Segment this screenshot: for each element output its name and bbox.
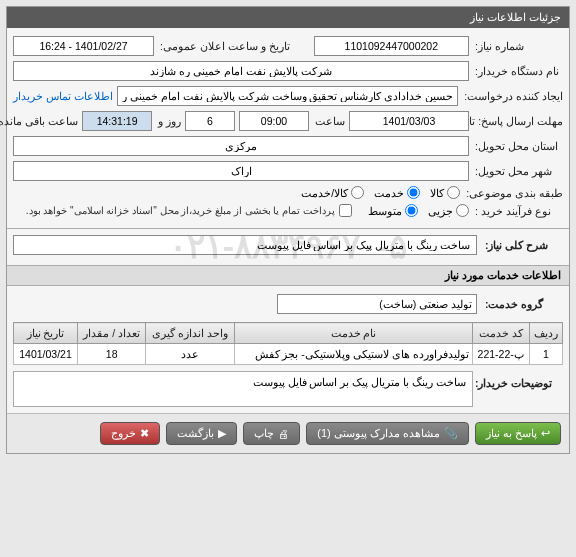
buyer-org-field[interactable] — [13, 61, 469, 81]
reply-icon: ↩ — [541, 427, 550, 440]
form-area: شماره نیاز: تاریخ و ساعت اعلان عمومی: نا… — [7, 28, 569, 228]
deadline-date-field[interactable] — [349, 111, 469, 131]
cell-unit: عدد — [146, 344, 235, 365]
deadline-label: مهلت ارسال پاسخ: تا تاریخ: — [473, 115, 563, 127]
cell-qty: 18 — [77, 344, 145, 365]
buyer-notes-content: ساخت رینگ با متریال پیک بر اساس فایل پیو… — [13, 371, 473, 407]
need-details-panel: جزئیات اطلاعات نیاز شماره نیاز: تاریخ و … — [6, 6, 570, 454]
service-group-label: گروه خدمت: — [483, 298, 563, 310]
row-need-no: شماره نیاز: تاریخ و ساعت اعلان عمومی: — [13, 36, 563, 56]
back-icon: ▶ — [218, 427, 226, 440]
button-bar: ↩ پاسخ به نیاز 📎 مشاهده مدارک پیوستی (1)… — [7, 413, 569, 453]
time-label-1: ساعت — [313, 115, 345, 127]
service-group-field[interactable] — [277, 294, 477, 314]
main-desc-row: شرح کلی نیاز: — [7, 229, 569, 261]
process-radios: جزیی متوسط — [368, 204, 469, 217]
cell-service-code: پ-22-221 — [472, 344, 529, 365]
delivery-prov-label: استان محل تحویل: — [473, 140, 563, 152]
exit-button[interactable]: ✖ خروج — [100, 422, 160, 445]
buyer-notes-label: توضیحات خریدار: — [473, 371, 563, 407]
table-row[interactable]: 1 پ-22-221 تولیدفراورده های لاستیکی وپلا… — [14, 344, 563, 365]
creator-field[interactable] — [117, 86, 458, 106]
col-need-date: تاریخ نیاز — [14, 323, 78, 344]
radio-medium[interactable]: متوسط — [368, 204, 418, 217]
respond-button[interactable]: ↩ پاسخ به نیاز — [475, 422, 561, 445]
need-no-field[interactable] — [314, 36, 469, 56]
days-and-label: روز و — [156, 115, 181, 127]
col-qty: تعداد / مقدار — [77, 323, 145, 344]
delivery-city-field[interactable] — [13, 161, 469, 181]
radio-small[interactable]: جزیی — [428, 204, 469, 217]
subject-class-label: طبقه بندی موضوعی: — [464, 187, 563, 199]
print-button[interactable]: 🖨 چاپ — [243, 422, 300, 445]
cell-row-no: 1 — [529, 344, 562, 365]
main-desc-field[interactable] — [13, 235, 477, 255]
main-desc-label: شرح کلی نیاز: — [483, 239, 563, 251]
subject-class-radios: کالا خدمت کالا/خدمت — [301, 186, 460, 199]
buyer-notes-row: توضیحات خریدار: ساخت رینگ با متریال پیک … — [13, 371, 563, 407]
delivery-prov-field[interactable] — [13, 136, 469, 156]
table-header-row: ردیف کد خدمت نام خدمت واحد اندازه گیری ت… — [14, 323, 563, 344]
col-unit: واحد اندازه گیری — [146, 323, 235, 344]
delivery-city-label: شهر محل تحویل: — [473, 165, 563, 177]
services-table: ردیف کد خدمت نام خدمت واحد اندازه گیری ت… — [13, 322, 563, 365]
back-button[interactable]: ▶ بازگشت — [166, 422, 237, 445]
row-delivery-prov: استان محل تحویل: — [13, 136, 563, 156]
radio-goods[interactable]: کالا — [430, 186, 460, 199]
radio-both[interactable]: کالا/خدمت — [301, 186, 364, 199]
creator-label: ایجاد کننده درخواست: — [462, 90, 563, 102]
print-icon: 🖨 — [278, 428, 289, 440]
row-delivery-city: شهر محل تحویل: — [13, 161, 563, 181]
remaining-label: ساعت باقی مانده — [0, 115, 78, 127]
table-container: ردیف کد خدمت نام خدمت واحد اندازه گیری ت… — [7, 322, 569, 413]
row-subject-class: طبقه بندی موضوعی: کالا خدمت کالا/خدمت — [13, 186, 563, 199]
row-buyer-org: نام دستگاه خریدار: — [13, 61, 563, 81]
days-left-field[interactable] — [185, 111, 235, 131]
row-deadline: مهلت ارسال پاسخ: تا تاریخ: ساعت روز و سا… — [13, 111, 563, 131]
col-row-no: ردیف — [529, 323, 562, 344]
announce-label: تاریخ و ساعت اعلان عمومی: — [158, 40, 290, 52]
buyer-org-label: نام دستگاه خریدار: — [473, 65, 563, 77]
service-group-row: گروه خدمت: — [7, 290, 569, 318]
payment-note-checkbox[interactable]: پرداخت تمام یا بخشی از مبلغ خرید،از محل … — [26, 204, 352, 217]
col-service-code: کد خدمت — [472, 323, 529, 344]
buyer-contact-link[interactable]: اطلاعات تماس خریدار — [13, 90, 113, 102]
services-info-header: اطلاعات خدمات مورد نیاز — [7, 265, 569, 286]
row-creator: ایجاد کننده درخواست: اطلاعات تماس خریدار — [13, 86, 563, 106]
announce-datetime-field[interactable] — [13, 36, 154, 56]
exit-icon: ✖ — [140, 427, 149, 440]
time-left-field[interactable] — [82, 111, 152, 131]
attachments-button[interactable]: 📎 مشاهده مدارک پیوستی (1) — [306, 422, 469, 445]
panel-title: جزئیات اطلاعات نیاز — [7, 7, 569, 28]
deadline-time-field[interactable] — [239, 111, 309, 131]
radio-service[interactable]: خدمت — [374, 186, 420, 199]
cell-service-name: تولیدفراورده های لاستیکی وپلاستیکی- بجز … — [235, 344, 472, 365]
payment-note-text: پرداخت تمام یا بخشی از مبلغ خرید،از محل … — [26, 205, 335, 216]
process-label: نوع فرآیند خرید : — [473, 205, 563, 217]
row-process-type: نوع فرآیند خرید : جزیی متوسط پرداخت تمام… — [13, 204, 563, 217]
need-no-label: شماره نیاز: — [473, 40, 563, 52]
attachment-icon: 📎 — [444, 427, 458, 440]
cell-need-date: 1401/03/21 — [14, 344, 78, 365]
col-service-name: نام خدمت — [235, 323, 472, 344]
